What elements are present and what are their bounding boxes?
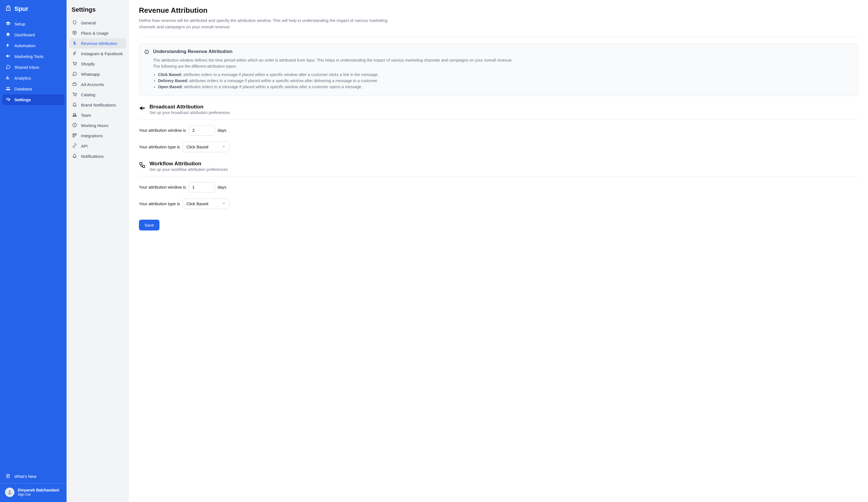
bag-icon	[5, 5, 12, 12]
sub-label: Ad Accounts	[81, 82, 104, 87]
sub-item-ad-accounts[interactable]: Ad Accounts	[69, 79, 126, 90]
workflow-title: Workflow Attribution	[149, 161, 228, 167]
sub-item-whatsapp[interactable]: Whatsapp	[69, 69, 126, 79]
field-label: Your attribution type is	[139, 144, 180, 149]
sub-label: Notifications	[81, 154, 104, 158]
sub-label: API	[81, 144, 87, 148]
bolt-icon	[6, 43, 11, 49]
avatar[interactable]	[5, 488, 14, 497]
logo[interactable]: Spur	[0, 0, 66, 19]
bars-icon	[6, 75, 11, 81]
page-description: Define how revenue will be attributed an…	[139, 18, 400, 30]
broadcast-window-input[interactable]	[189, 125, 215, 136]
clock-icon	[72, 123, 77, 129]
primary-sidebar: Spur Setup Dashboard Automation Marketin…	[0, 0, 66, 502]
nav-dashboard[interactable]: Dashboard	[2, 29, 64, 40]
sub-item-integrations[interactable]: Integrations	[69, 131, 126, 141]
divider	[0, 483, 66, 484]
bell-icon	[72, 102, 77, 108]
workflow-type-row: Your attribution type is Click Based	[139, 198, 858, 209]
nav-setup[interactable]: Setup	[2, 19, 64, 29]
box-icon	[72, 30, 77, 36]
social-icon	[72, 51, 77, 57]
info-title: Understanding Revenue Attribution	[153, 49, 852, 54]
chevron-down-icon	[222, 144, 226, 149]
nav-analytics[interactable]: Analytics	[2, 73, 64, 83]
info-term: Delivery Based:	[158, 79, 188, 83]
nav-label: Database	[14, 86, 32, 91]
nav-automation[interactable]: Automation	[2, 40, 64, 51]
sub-item-plans-usage[interactable]: Plans & Usage	[69, 28, 126, 38]
nav-database[interactable]: Database	[2, 83, 64, 94]
sub-label: Team	[81, 113, 91, 117]
user-name: Divyansh Balchandani	[18, 488, 59, 493]
broadcast-subtitle: Set up your broadcast attribution prefer…	[149, 110, 230, 115]
sub-label: Plans & Usage	[81, 31, 108, 35]
cart-icon	[72, 92, 77, 98]
info-list-item: Delivery Based: attributes orders to a m…	[158, 79, 852, 83]
people-icon	[6, 86, 11, 92]
settings-title: Settings	[69, 6, 126, 18]
sign-out-link[interactable]: Sign Out	[18, 493, 59, 496]
sub-item-revenue-attribution[interactable]: Revenue Attribution	[69, 38, 126, 49]
sub-item-api[interactable]: API	[69, 141, 126, 151]
save-button[interactable]: Save	[139, 220, 159, 230]
sub-item-brand-notifications[interactable]: Brand Notifications	[69, 100, 126, 110]
sub-label: Instagram & Facebook	[81, 51, 123, 56]
nav-label: Shared Inbox	[14, 65, 39, 70]
sub-item-shopify[interactable]: Shopify	[69, 59, 126, 69]
sub-label: Working Hours	[81, 123, 108, 128]
home-icon	[6, 32, 11, 38]
megaphone-icon	[139, 104, 146, 112]
info-text-2: The following are the different attribut…	[153, 63, 852, 69]
nav-settings[interactable]: Settings	[2, 94, 64, 105]
info-list: Click Based: attributes orders to a mess…	[158, 72, 852, 89]
workflow-window-input[interactable]	[189, 182, 215, 193]
grid-icon	[72, 133, 77, 139]
sub-label: General	[81, 21, 96, 25]
dollar-icon	[72, 41, 77, 46]
info-desc: attributes orders to a message if placed…	[189, 79, 378, 83]
whats-new-label: What's New	[14, 474, 37, 479]
info-card: Understanding Revenue Attribution The at…	[139, 43, 858, 96]
sub-item-general[interactable]: General	[69, 18, 126, 28]
sub-label: Shopify	[81, 62, 95, 66]
nav-label: Analytics	[14, 76, 31, 80]
section-head: Workflow Attribution Set up your workflo…	[139, 161, 858, 172]
sub-item-team[interactable]: Team	[69, 110, 126, 120]
sub-item-notifications[interactable]: Notifications	[69, 151, 126, 161]
chat-icon	[72, 71, 77, 77]
broadcast-title: Broadcast Attribution	[149, 104, 230, 110]
broadcast-type-select[interactable]: Click Based	[183, 142, 229, 152]
chevron-down-icon	[222, 201, 226, 206]
broadcast-type-row: Your attribution type is Click Based	[139, 142, 858, 152]
nav-marketing-tools[interactable]: Marketing Tools	[2, 51, 64, 62]
grad-cap-icon	[6, 21, 11, 27]
nav-label: Settings	[14, 98, 31, 102]
whats-new-link[interactable]: What's New	[2, 471, 64, 482]
chat-icon	[6, 64, 11, 70]
field-label: Your attribution window is	[139, 128, 186, 133]
workflow-type-select[interactable]: Click Based	[183, 198, 229, 209]
sub-label: Catalog	[81, 92, 95, 97]
field-suffix: days	[218, 185, 227, 189]
info-desc: attributes orders to a message if placed…	[183, 72, 379, 77]
workflow-window-row: Your attribution window is days	[139, 182, 858, 193]
sub-label: Revenue Attribution	[81, 41, 117, 46]
user-block: Divyansh Balchandani Sign Out	[18, 488, 59, 496]
user-icon	[7, 489, 13, 496]
sub-item-instagram-facebook[interactable]: Instagram & Facebook	[69, 49, 126, 59]
nav-label: Automation	[14, 43, 35, 48]
sub-item-working-hours[interactable]: Working Hours	[69, 120, 126, 131]
divider	[139, 37, 858, 37]
nav-shared-inbox[interactable]: Shared Inbox	[2, 62, 64, 73]
field-label: Your attribution type is	[139, 201, 180, 206]
nav-label: Setup	[14, 22, 25, 26]
info-icon	[144, 49, 149, 55]
app-root: Spur Setup Dashboard Automation Marketin…	[0, 0, 868, 502]
field-label: Your attribution window is	[139, 185, 186, 189]
workflow-icon	[139, 161, 146, 169]
sub-item-catalog[interactable]: Catalog	[69, 90, 126, 100]
broadcast-section: Broadcast Attribution Set up your broadc…	[139, 104, 858, 152]
nav-label: Marketing Tools	[14, 54, 43, 59]
